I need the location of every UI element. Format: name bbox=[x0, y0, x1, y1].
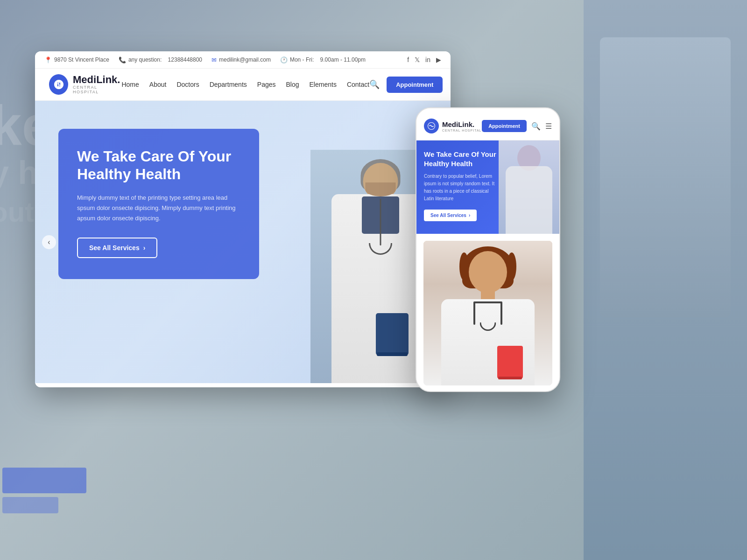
phone-doctor-card bbox=[416, 234, 559, 392]
hero-content-box: We Take Care Of Your Healthy Health Mimp… bbox=[58, 129, 259, 279]
phone-number: 12388448800 bbox=[168, 56, 202, 63]
bg-blue-block bbox=[2, 468, 86, 513]
search-button[interactable]: 🔍 bbox=[369, 79, 380, 90]
hours-text: 9.00am - 11.00pm bbox=[320, 56, 366, 63]
nav-departments[interactable]: Departments bbox=[210, 81, 247, 88]
nav-elements[interactable]: Elements bbox=[310, 81, 337, 88]
browser-window: 📍 9870 St Vincent Place 📞 any question: … bbox=[35, 51, 451, 387]
hours-label: Mon - Fri: bbox=[290, 56, 314, 63]
phone-search-icon[interactable]: 🔍 bbox=[531, 122, 541, 131]
nav-blog[interactable]: Blog bbox=[286, 81, 299, 88]
slider-prev-icon: ‹ bbox=[48, 238, 50, 246]
logo: MediLink. CENTRAL HOSPITAL bbox=[49, 74, 121, 95]
phone-logo: MediLink. CENTRAL HOSPITAL bbox=[424, 119, 481, 133]
phone-hero-btn-arrow: › bbox=[469, 213, 470, 218]
phone-logo-icon bbox=[424, 119, 439, 133]
logo-name: MediLink. bbox=[73, 75, 121, 85]
phone-appointment-button[interactable]: Appointment bbox=[482, 120, 527, 132]
nav-doctors[interactable]: Doctors bbox=[176, 81, 199, 88]
phone-logo-name: MediLink. bbox=[442, 120, 474, 128]
phone-item: 📞 any question: 12388448800 bbox=[119, 56, 202, 63]
youtube-icon[interactable]: ▶ bbox=[436, 56, 441, 63]
phone-notch bbox=[416, 108, 559, 112]
email-text: medilink@gmail.com bbox=[219, 56, 271, 63]
address-item: 📍 9870 St Vincent Place bbox=[44, 56, 109, 63]
email-item: ✉ medilink@gmail.com bbox=[211, 56, 271, 63]
hero-description: Mimply dummy text of the printing type s… bbox=[77, 193, 240, 224]
nav-contact[interactable]: Contact bbox=[347, 81, 369, 88]
phone-hero-title: We Take Care Of Your Healthy Health bbox=[424, 150, 499, 168]
phone-navbar: MediLink. CENTRAL HOSPITAL Appointment 🔍… bbox=[416, 112, 559, 140]
phone-hero-section: We Take Care Of Your Healthy Health Cont… bbox=[416, 140, 559, 234]
phone-icon: 📞 bbox=[119, 56, 126, 63]
phone-logo-text-block: MediLink. CENTRAL HOSPITAL bbox=[442, 120, 481, 132]
top-bar: 📍 9870 St Vincent Place 📞 any question: … bbox=[35, 51, 451, 69]
nav-actions: 🔍 Appointment bbox=[369, 77, 443, 93]
email-icon: ✉ bbox=[211, 56, 217, 63]
hero-cta-button[interactable]: See All Services › bbox=[77, 238, 157, 258]
hero-title: We Take Care Of Your Healthy Health bbox=[77, 147, 240, 183]
navbar: MediLink. CENTRAL HOSPITAL Home About Do… bbox=[35, 69, 451, 101]
phone-hero-btn-text: See All Services bbox=[430, 213, 466, 218]
phone-menu-icon[interactable]: ☰ bbox=[545, 122, 552, 131]
logo-text: MediLink. CENTRAL HOSPITAL bbox=[73, 75, 121, 94]
phone-label-text: any question: bbox=[128, 56, 162, 63]
appointment-button[interactable]: Appointment bbox=[387, 77, 443, 93]
phone-doctor-image bbox=[423, 241, 552, 385]
nav-home[interactable]: Home bbox=[121, 81, 139, 88]
phone-nav-icons: Appointment 🔍 ☰ bbox=[482, 120, 552, 132]
hero-cta-text: See All Services bbox=[89, 244, 140, 252]
phone-logo-sub: CENTRAL HOSPITAL bbox=[442, 129, 481, 132]
hero-cta-arrow: › bbox=[143, 244, 146, 252]
clock-icon: 🕐 bbox=[280, 56, 288, 63]
linkedin-icon[interactable]: in bbox=[425, 56, 430, 63]
bg-decorative-text-2: y h bbox=[0, 154, 38, 191]
nav-pages[interactable]: Pages bbox=[257, 81, 276, 88]
hero-section: We Take Care Of Your Healthy Health Mimp… bbox=[35, 101, 451, 383]
location-icon: 📍 bbox=[44, 56, 52, 63]
hours-item: 🕐 Mon - Fri: 9.00am - 11.00pm bbox=[280, 56, 366, 63]
twitter-icon[interactable]: 𝕏 bbox=[415, 56, 420, 63]
logo-icon bbox=[49, 74, 68, 95]
nav-links: Home About Doctors Departments Pages Blo… bbox=[121, 81, 369, 88]
background-right bbox=[584, 0, 747, 560]
phone-mockup: MediLink. CENTRAL HOSPITAL Appointment 🔍… bbox=[416, 107, 560, 392]
nav-about[interactable]: About bbox=[149, 81, 167, 88]
address-text: 9870 St Vincent Place bbox=[54, 56, 109, 63]
phone-hero-cta-button[interactable]: See All Services › bbox=[424, 210, 477, 221]
logo-sub: CENTRAL HOSPITAL bbox=[73, 85, 121, 94]
bg-doctor-silhouette bbox=[600, 37, 731, 317]
social-links: f 𝕏 in ▶ bbox=[407, 56, 441, 63]
slider-prev-button[interactable]: ‹ bbox=[42, 235, 56, 249]
phone-hero-desc: Contrary to popular belief, Lorem ipsum … bbox=[424, 173, 496, 203]
facebook-icon[interactable]: f bbox=[407, 56, 409, 63]
